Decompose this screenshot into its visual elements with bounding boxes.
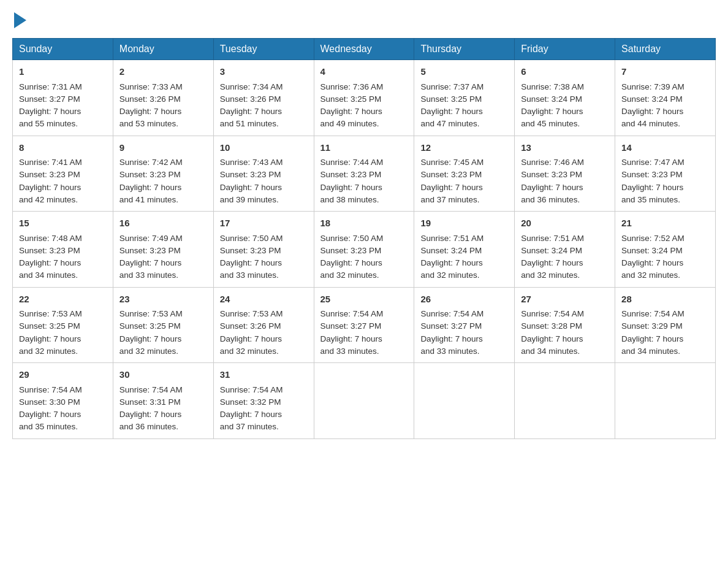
day-cell (515, 363, 615, 439)
day-cell: 7Sunrise: 7:39 AMSunset: 3:24 PMDaylight… (615, 60, 716, 136)
day-number: 11 (320, 141, 408, 155)
day-cell: 4Sunrise: 7:36 AMSunset: 3:25 PMDaylight… (314, 60, 414, 136)
day-cell: 20Sunrise: 7:51 AMSunset: 3:24 PMDayligh… (515, 212, 615, 288)
day-cell: 21Sunrise: 7:52 AMSunset: 3:24 PMDayligh… (615, 212, 716, 288)
day-number: 15 (19, 216, 107, 231)
day-number: 2 (119, 65, 207, 79)
day-number: 21 (621, 216, 709, 231)
day-number: 27 (521, 293, 609, 307)
day-cell: 19Sunrise: 7:51 AMSunset: 3:24 PMDayligh… (414, 212, 515, 288)
logo-triangle-icon (14, 12, 26, 28)
day-cell: 22Sunrise: 7:53 AMSunset: 3:25 PMDayligh… (13, 287, 113, 363)
day-number: 4 (320, 65, 408, 79)
day-number: 26 (420, 293, 508, 307)
day-cell (414, 363, 515, 439)
day-number: 22 (19, 293, 107, 307)
logo-line1 (12, 12, 26, 27)
day-number: 23 (119, 293, 207, 307)
day-cell: 6Sunrise: 7:38 AMSunset: 3:24 PMDaylight… (515, 60, 615, 136)
day-number: 28 (621, 293, 709, 307)
day-number: 18 (320, 216, 408, 231)
day-cell: 23Sunrise: 7:53 AMSunset: 3:25 PMDayligh… (113, 287, 213, 363)
week-row-1: 1Sunrise: 7:31 AMSunset: 3:27 PMDaylight… (13, 60, 716, 136)
day-number: 20 (521, 216, 609, 231)
day-number: 31 (220, 368, 308, 382)
col-header-friday: Friday (515, 39, 615, 60)
day-number: 14 (621, 141, 709, 155)
week-row-3: 15Sunrise: 7:48 AMSunset: 3:23 PMDayligh… (13, 212, 716, 288)
col-header-thursday: Thursday (414, 39, 515, 60)
day-cell: 10Sunrise: 7:43 AMSunset: 3:23 PMDayligh… (213, 136, 314, 212)
day-cell: 25Sunrise: 7:54 AMSunset: 3:27 PMDayligh… (314, 287, 414, 363)
col-header-wednesday: Wednesday (314, 39, 414, 60)
day-number: 1 (19, 65, 107, 79)
day-number: 9 (119, 141, 207, 155)
day-cell (615, 363, 716, 439)
day-number: 19 (420, 216, 508, 231)
day-cell: 31Sunrise: 7:54 AMSunset: 3:32 PMDayligh… (213, 363, 314, 439)
page-header (12, 12, 716, 26)
day-number: 6 (521, 65, 609, 79)
day-number: 29 (19, 368, 107, 382)
day-cell: 24Sunrise: 7:53 AMSunset: 3:26 PMDayligh… (213, 287, 314, 363)
day-number: 12 (420, 141, 508, 155)
day-number: 16 (119, 216, 207, 231)
week-row-5: 29Sunrise: 7:54 AMSunset: 3:30 PMDayligh… (13, 363, 716, 439)
day-cell: 3Sunrise: 7:34 AMSunset: 3:26 PMDaylight… (213, 60, 314, 136)
day-number: 13 (521, 141, 609, 155)
day-cell: 15Sunrise: 7:48 AMSunset: 3:23 PMDayligh… (13, 212, 113, 288)
day-cell: 11Sunrise: 7:44 AMSunset: 3:23 PMDayligh… (314, 136, 414, 212)
day-cell: 12Sunrise: 7:45 AMSunset: 3:23 PMDayligh… (414, 136, 515, 212)
day-cell: 2Sunrise: 7:33 AMSunset: 3:26 PMDaylight… (113, 60, 213, 136)
day-cell: 8Sunrise: 7:41 AMSunset: 3:23 PMDaylight… (13, 136, 113, 212)
col-header-sunday: Sunday (13, 39, 113, 60)
col-header-monday: Monday (113, 39, 213, 60)
day-cell: 30Sunrise: 7:54 AMSunset: 3:31 PMDayligh… (113, 363, 213, 439)
day-cell: 29Sunrise: 7:54 AMSunset: 3:30 PMDayligh… (13, 363, 113, 439)
day-number: 5 (420, 65, 508, 79)
day-number: 17 (220, 216, 308, 231)
day-cell: 17Sunrise: 7:50 AMSunset: 3:23 PMDayligh… (213, 212, 314, 288)
week-row-4: 22Sunrise: 7:53 AMSunset: 3:25 PMDayligh… (13, 287, 716, 363)
week-row-2: 8Sunrise: 7:41 AMSunset: 3:23 PMDaylight… (13, 136, 716, 212)
day-number: 8 (19, 141, 107, 155)
day-number: 10 (220, 141, 308, 155)
calendar-table: SundayMondayTuesdayWednesdayThursdayFrid… (12, 38, 716, 439)
day-cell: 14Sunrise: 7:47 AMSunset: 3:23 PMDayligh… (615, 136, 716, 212)
day-number: 25 (320, 293, 408, 307)
day-cell: 13Sunrise: 7:46 AMSunset: 3:23 PMDayligh… (515, 136, 615, 212)
day-cell: 26Sunrise: 7:54 AMSunset: 3:27 PMDayligh… (414, 287, 515, 363)
logo (12, 12, 26, 26)
day-cell: 18Sunrise: 7:50 AMSunset: 3:23 PMDayligh… (314, 212, 414, 288)
day-number: 3 (220, 65, 308, 79)
day-number: 24 (220, 293, 308, 307)
day-cell: 1Sunrise: 7:31 AMSunset: 3:27 PMDaylight… (13, 60, 113, 136)
col-header-tuesday: Tuesday (213, 39, 314, 60)
day-cell: 28Sunrise: 7:54 AMSunset: 3:29 PMDayligh… (615, 287, 716, 363)
col-header-saturday: Saturday (615, 39, 716, 60)
day-cell: 16Sunrise: 7:49 AMSunset: 3:23 PMDayligh… (113, 212, 213, 288)
day-cell: 27Sunrise: 7:54 AMSunset: 3:28 PMDayligh… (515, 287, 615, 363)
day-cell: 9Sunrise: 7:42 AMSunset: 3:23 PMDaylight… (113, 136, 213, 212)
day-cell (314, 363, 414, 439)
day-number: 30 (119, 368, 207, 382)
day-cell: 5Sunrise: 7:37 AMSunset: 3:25 PMDaylight… (414, 60, 515, 136)
day-number: 7 (621, 65, 709, 79)
